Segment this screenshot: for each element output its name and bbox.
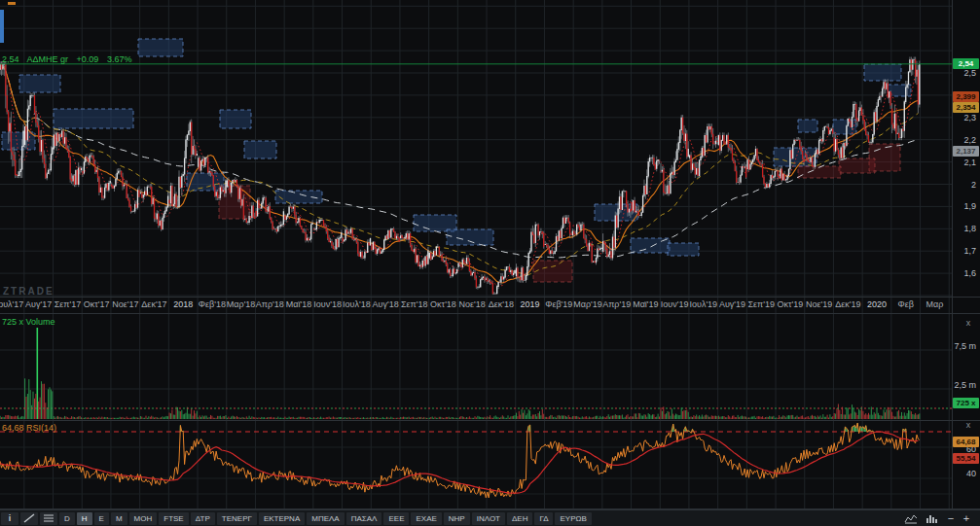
price-axis-label: 2 (952, 180, 976, 190)
ticker-shortcut-buttons: ΜΟΗFTSEΔΤΡΤΕΝΕΡΓΕΚΤΕΡΝΑΜΠΕΛΑΠΑΣΑΛΕΕΕΕΧΑΕ… (128, 512, 593, 525)
zoom-in-button[interactable]: + (959, 512, 974, 524)
timeframe-button-Μ[interactable]: Μ (111, 512, 127, 525)
price-change-percent: 3.67% (107, 54, 132, 64)
close-volume-pane-button[interactable]: x (962, 319, 974, 329)
ticker-button-ΔΤΡ[interactable]: ΔΤΡ (191, 512, 215, 525)
indicator-price-badge: 2,137 (953, 146, 979, 157)
ticker-button-ΓΔ[interactable]: ΓΔ (534, 512, 553, 525)
price-axis-label: 2,1 (952, 158, 976, 167)
orderblock-overlays (2, 39, 911, 282)
ticker-button-FTSE[interactable]: FTSE (159, 512, 188, 525)
last-price-badge: 2,54 (953, 58, 979, 69)
rsi-value-badge: 55,54 (953, 453, 979, 464)
info-button[interactable]: i (1, 512, 18, 525)
volume-value-badge: 725 x (953, 398, 979, 408)
ticker-button-ΜΟΗ[interactable]: ΜΟΗ (129, 512, 158, 525)
ticker-button-ΜΠΕΛΑ[interactable]: ΜΠΕΛΑ (307, 512, 344, 525)
top-edge-tick (8, 2, 16, 5)
rsi-axis-label: 40 (952, 469, 976, 478)
price-axis-label: 2,3 (952, 113, 976, 123)
rsi-signal-line (0, 432, 918, 493)
time-axis[interactable]: Ιουλ'17Αυγ'17Σεπ'17Οκτ'17Νοε'17Δεκ'17201… (0, 297, 952, 313)
list-icon (43, 513, 54, 523)
ticker-button-ΔΕΗ[interactable]: ΔΕΗ (507, 512, 532, 525)
price-axis-label: 1,9 (952, 201, 976, 211)
ticker-button-ΙΝΛΟΤ[interactable]: ΙΝΛΟΤ (472, 512, 505, 525)
ticker-button-ΠΑΣΑΛ[interactable]: ΠΑΣΑΛ (346, 512, 382, 525)
chart-canvas[interactable] (0, 0, 980, 526)
volume-bars-up (0, 378, 920, 419)
bottom-toolbar: i DΗΕΜ ΜΟΗFTSEΔΤΡΤΕΝΕΡΓΕΚΤΕΡΝΑΜΠΕΛΑΠΑΣΑΛ… (0, 509, 980, 526)
price-axis-label: 2,5 (952, 68, 976, 78)
plot-area (0, 0, 952, 508)
volume-pane-title: 725 x Volume (2, 317, 55, 327)
timeframe-button-Ε[interactable]: Ε (94, 512, 109, 525)
rsi-pane-title: 64,68 RSI(14) (2, 423, 56, 433)
rsi-value-badge: 64,68 (953, 437, 979, 447)
price-change: +0.09 (77, 54, 99, 64)
price-axis-label: 1,6 (952, 268, 976, 278)
symbol-name: ΑΔΜΗΕ gr (27, 54, 69, 64)
histogram-icon[interactable] (926, 513, 939, 524)
timeframe-button-D[interactable]: D (59, 512, 75, 525)
timeframe-button-Η[interactable]: Η (77, 512, 92, 525)
watchlist-button[interactable] (40, 512, 57, 525)
time-axis-label: Απρ (942, 299, 952, 309)
clipped-candle-artifact (0, 10, 4, 43)
indicator-price-badge: 2,399 (953, 91, 979, 102)
ticker-button-ΕΕΕ[interactable]: ΕΕΕ (383, 512, 409, 525)
ticker-status-line: 2,54 ΑΔΜΗΕ gr +0.09 3.67% (2, 54, 137, 64)
last-price: 2,54 (2, 54, 19, 64)
indicator-price-badge: 2,354 (953, 102, 979, 113)
charting-app-window: 2,54 ΑΔΜΗΕ gr +0.09 3.67% ZTRADE Ιουλ'17… (0, 0, 980, 526)
ticker-button-ΕΚΤΕΡΝΑ[interactable]: ΕΚΤΕΡΝΑ (259, 512, 305, 525)
pencil-icon (23, 513, 35, 523)
price-axis-label: 1,7 (952, 246, 976, 256)
broker-watermark: ZTRADE (3, 286, 54, 297)
volume-axis-label: 2,5 m (952, 380, 976, 390)
timeframe-buttons: DΗΕΜ (58, 512, 128, 525)
toolbar-right-controls: − + (900, 512, 974, 524)
ticker-button-ΕΧΑΕ[interactable]: ΕΧΑΕ (411, 512, 441, 525)
ticker-button-ΕΥΡΩΒ[interactable]: ΕΥΡΩΒ (555, 512, 591, 525)
draw-tool-button[interactable] (20, 512, 38, 525)
grid (0, 0, 952, 508)
volume-axis-label: 7,5 m (952, 341, 976, 351)
price-axis-label: 2,2 (952, 135, 976, 145)
close-rsi-pane-button[interactable]: x (962, 421, 974, 431)
line-chart-icon[interactable] (904, 513, 918, 524)
ticker-button-ΤΕΝΕΡΓ[interactable]: ΤΕΝΕΡΓ (217, 512, 257, 525)
zoom-out-button[interactable]: − (943, 512, 959, 524)
rsi-line (0, 423, 920, 498)
price-axis-label: 1,8 (952, 224, 976, 233)
ticker-button-ΝΗΡ[interactable]: ΝΗΡ (444, 512, 470, 525)
